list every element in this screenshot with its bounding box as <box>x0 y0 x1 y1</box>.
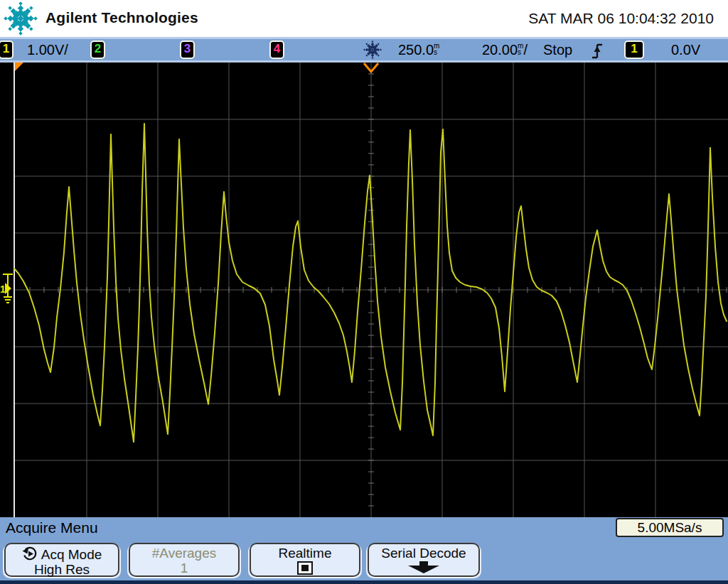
channel-1-scale: 1.00V/ <box>27 42 68 58</box>
arrow-down-icon <box>407 561 440 573</box>
header-bar: Agilent Technologies SAT MAR 06 10:04:32… <box>0 0 728 37</box>
status-bar: 1 1.00V/ 2 3 4 250.0ms 20.00ms/ Stop 1 0… <box>0 37 728 63</box>
softkey-line1: Realtime <box>251 546 359 561</box>
run-state-text: Stop <box>543 42 572 58</box>
trigger-edge-icon <box>592 41 603 61</box>
channel-4-badge[interactable]: 4 <box>269 40 284 59</box>
trigger-source-badge[interactable]: 1 <box>624 40 644 59</box>
spark-small-icon <box>358 39 387 60</box>
svg-text:1: 1 <box>0 283 6 295</box>
cycle-icon <box>22 546 38 562</box>
sample-rate-badge: 5.00MSa/s <box>616 518 724 537</box>
softkey-line2: High Res <box>6 562 118 577</box>
realtime-checkbox[interactable] <box>297 561 313 575</box>
softkey-line1: Serial Decode <box>369 546 478 561</box>
timebase-readout: 20.00ms/ <box>482 42 528 58</box>
channel-3-badge[interactable]: 3 <box>180 40 195 59</box>
softkey-line1: Acq Mode <box>6 546 118 562</box>
delay-readout: 250.0ms <box>398 42 439 58</box>
channel-2-badge[interactable]: 2 <box>90 40 105 59</box>
softkey-serial-decode[interactable]: Serial Decode <box>368 543 480 577</box>
softkey-line2: 1 <box>130 561 238 575</box>
agilent-spark-logo-icon <box>1 0 41 37</box>
softkey-realtime[interactable]: Realtime <box>250 543 360 577</box>
trigger-level-text: 0.0V <box>671 42 700 58</box>
scope-display: 1 <box>0 63 728 517</box>
datetime-text: SAT MAR 06 10:04:32 2010 <box>528 10 714 27</box>
softkey-line1: #Averages <box>130 546 238 561</box>
scope-graticule-and-waveform: 1 <box>0 63 728 517</box>
brand-title: Agilent Technologies <box>46 9 198 26</box>
softkey-acq-mode[interactable]: Acq Mode High Res <box>4 543 119 577</box>
checkbox-fill <box>301 565 309 571</box>
softkey-averages[interactable]: #Averages 1 <box>129 543 240 577</box>
bottom-strip <box>0 580 728 584</box>
channel-1-badge[interactable]: 1 <box>0 40 14 59</box>
menu-title: Acquire Menu <box>6 519 98 536</box>
